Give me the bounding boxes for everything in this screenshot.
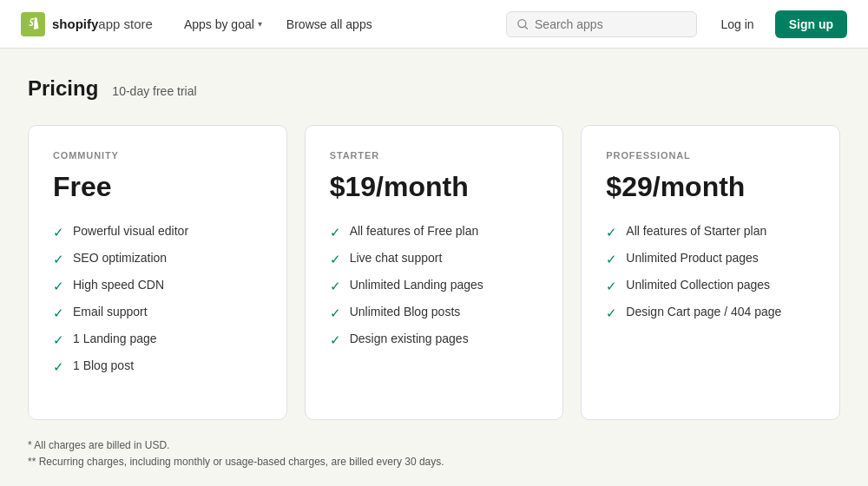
check-icon: ✓ (53, 359, 64, 375)
list-item: ✓ Unlimited Collection pages (606, 278, 815, 294)
chevron-down-icon: ▾ (258, 19, 262, 29)
plan-tier-community: COMMUNITY (53, 150, 262, 161)
check-icon: ✓ (330, 305, 341, 321)
plan-card-professional: PROFESSIONAL $29/month ✓ All features of… (581, 125, 840, 420)
check-icon: ✓ (53, 279, 64, 294)
main-content: Pricing 10-day free trial COMMUNITY Free… (0, 49, 868, 486)
check-icon: ✓ (330, 225, 341, 240)
nav-area: Apps by goal ▾ Browse all apps (174, 12, 506, 36)
list-item: ✓ Unlimited Product pages (606, 251, 815, 267)
pricing-cards-container: COMMUNITY Free ✓ Powerful visual editor … (28, 125, 840, 420)
shopify-logo-icon (21, 12, 45, 36)
features-list-starter: ✓ All features of Free plan ✓ Live chat … (330, 224, 539, 348)
check-icon: ✓ (330, 252, 341, 267)
plan-price-professional: $29/month (606, 171, 815, 203)
list-item: ✓ Design Cart page / 404 page (606, 305, 815, 321)
list-item: ✓ Email support (53, 305, 262, 321)
logo-text: shopifyapp store (52, 16, 153, 31)
plan-card-community: COMMUNITY Free ✓ Powerful visual editor … (28, 125, 287, 420)
plan-tier-starter: STARTER (330, 150, 539, 161)
check-icon: ✓ (53, 305, 64, 321)
check-icon: ✓ (53, 252, 64, 267)
list-item: ✓ Design existing pages (330, 332, 539, 348)
search-input[interactable] (535, 17, 685, 31)
list-item: ✓ All features of Starter plan (606, 224, 815, 240)
login-button[interactable]: Log in (711, 12, 765, 36)
header-right: Log in Sign up (711, 10, 847, 38)
list-item: ✓ Unlimited Landing pages (330, 278, 539, 294)
plan-price-community: Free (53, 171, 262, 203)
logo-area[interactable]: shopifyapp store (21, 12, 153, 36)
check-icon: ✓ (53, 332, 64, 348)
check-icon: ✓ (53, 225, 64, 240)
check-icon: ✓ (606, 225, 617, 240)
search-area[interactable] (506, 11, 697, 37)
list-item: ✓ 1 Blog post (53, 358, 262, 375)
list-item: ✓ All features of Free plan (330, 224, 539, 240)
header: shopifyapp store Apps by goal ▾ Browse a… (0, 0, 868, 49)
trial-badge: 10-day free trial (112, 84, 196, 98)
plan-card-starter: STARTER $19/month ✓ All features of Free… (305, 125, 564, 420)
check-icon: ✓ (330, 332, 341, 348)
signup-button[interactable]: Sign up (775, 10, 847, 38)
svg-line-2 (524, 26, 527, 29)
check-icon: ✓ (606, 252, 617, 267)
list-item: ✓ SEO optimization (53, 251, 262, 267)
nav-item-browse-all-apps[interactable]: Browse all apps (276, 12, 383, 36)
nav-item-apps-by-goal[interactable]: Apps by goal ▾ (174, 12, 273, 36)
footnotes: * All charges are billed in USD. ** Recu… (28, 437, 840, 470)
list-item: ✓ Live chat support (330, 251, 539, 267)
features-list-community: ✓ Powerful visual editor ✓ SEO optimizat… (53, 224, 262, 375)
check-icon: ✓ (606, 305, 617, 321)
list-item: ✓ High speed CDN (53, 278, 262, 294)
plan-price-starter: $19/month (330, 171, 539, 203)
footnote-2: ** Recurring charges, including monthly … (28, 454, 840, 470)
footnote-1: * All charges are billed in USD. (28, 437, 840, 454)
list-item: ✓ 1 Landing page (53, 332, 262, 348)
pricing-header: Pricing 10-day free trial (28, 76, 840, 101)
list-item: ✓ Unlimited Blog posts (330, 305, 539, 321)
list-item: ✓ Powerful visual editor (53, 224, 262, 240)
check-icon: ✓ (606, 279, 617, 294)
features-list-professional: ✓ All features of Starter plan ✓ Unlimit… (606, 224, 815, 321)
plan-tier-professional: PROFESSIONAL (606, 150, 815, 161)
page-title: Pricing (28, 76, 98, 101)
check-icon: ✓ (330, 279, 341, 294)
search-icon (517, 18, 529, 30)
